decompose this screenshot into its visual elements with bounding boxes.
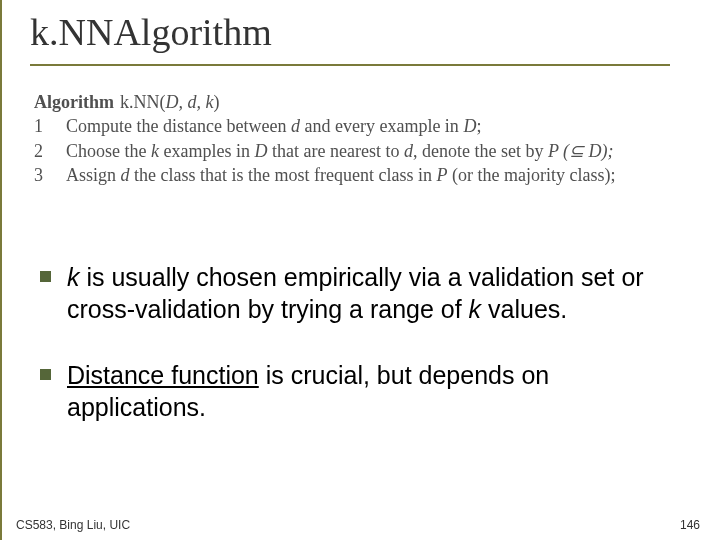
page-number: 146 [680, 518, 700, 532]
title-area: k.NNAlgorithm [2, 0, 720, 58]
step-text: Choose the k examples in D that are near… [66, 139, 614, 163]
title-underline [30, 64, 670, 66]
bullet-square-icon [40, 271, 51, 282]
algorithm-step: 3 Assign d the class that is the most fr… [34, 163, 694, 187]
slide-container: k.NNAlgorithm Algorithm k.NN(D, d, k) 1 … [0, 0, 720, 540]
bullet-text: Distance function is crucial, but depend… [67, 359, 680, 423]
step-number: 3 [34, 163, 48, 187]
algorithm-step: 2 Choose the k examples in D that are ne… [34, 139, 694, 163]
algorithm-name: k.NN(D, d, k) [120, 90, 220, 114]
step-text: Assign d the class that is the most freq… [66, 163, 615, 187]
bullet-square-icon [40, 369, 51, 380]
bullet-item: Distance function is crucial, but depend… [40, 359, 680, 423]
step-text: Compute the distance between d and every… [66, 114, 481, 138]
bullet-item: k is usually chosen empirically via a va… [40, 261, 680, 325]
bullet-text: k is usually chosen empirically via a va… [67, 261, 680, 325]
slide-title: k.NNAlgorithm [30, 10, 720, 54]
step-number: 1 [34, 114, 48, 138]
step-number: 2 [34, 139, 48, 163]
algorithm-step: 1 Compute the distance between d and eve… [34, 114, 694, 138]
algorithm-keyword: Algorithm [34, 90, 114, 114]
algorithm-header: Algorithm k.NN(D, d, k) [34, 90, 694, 114]
footer-text: CS583, Bing Liu, UIC [16, 518, 130, 532]
bullet-list: k is usually chosen empirically via a va… [40, 261, 680, 423]
algorithm-block: Algorithm k.NN(D, d, k) 1 Compute the di… [34, 90, 694, 187]
